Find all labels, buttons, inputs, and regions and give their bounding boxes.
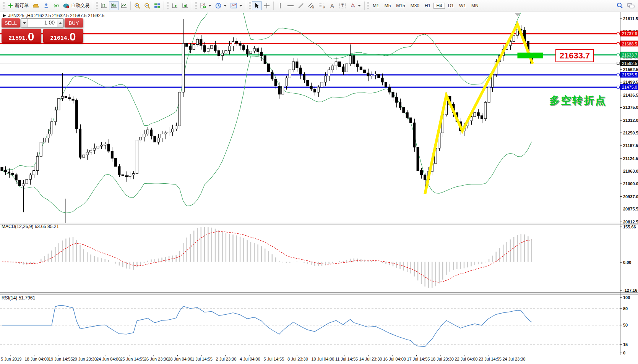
timeframe-m5-button[interactable]: M5 (382, 3, 393, 8)
toolbar-grip[interactable] (3, 2, 5, 10)
candle-body (296, 62, 298, 68)
arrows-icon (350, 3, 356, 8)
timeframe-m1-button[interactable]: M1 (370, 3, 382, 8)
rsi-tick-label: 100 (623, 295, 630, 300)
candle-body (424, 175, 426, 180)
candle-body (161, 134, 163, 138)
volume-decrease-button[interactable] (21, 19, 28, 27)
time-tick-label: 4 Jul 04:00 (240, 357, 260, 361)
candle-body (193, 44, 195, 49)
candle-body (513, 35, 515, 41)
signals-button[interactable] (51, 1, 61, 10)
arrows-tool-button[interactable] (348, 1, 363, 10)
time-tick-label: 23 Jul 14:55 (479, 357, 502, 361)
chart-shift-button[interactable] (180, 1, 190, 10)
sell-button[interactable]: SELL (2, 18, 20, 28)
channel-tool-button[interactable]: E (306, 1, 317, 10)
auto-scroll-icon (172, 3, 178, 8)
text-tool-button[interactable]: A (327, 1, 337, 10)
vertical-line-tool-button[interactable] (275, 1, 285, 10)
zoom-in-button[interactable] (132, 1, 142, 10)
signal-icon (53, 3, 59, 8)
cursor-tool-button[interactable] (252, 1, 262, 10)
candle-body (54, 110, 57, 122)
candle-body (339, 62, 341, 67)
candle-body (132, 174, 135, 175)
new-order-icon (8, 3, 13, 8)
candle-body (289, 70, 291, 78)
candle-body (140, 137, 142, 140)
timeframe-m30-button[interactable]: M30 (408, 3, 422, 8)
zoom-out-button[interactable] (142, 1, 152, 10)
chart-canvas[interactable]: 21811.521750.021624.021562.521499.521436… (0, 0, 638, 364)
toolbar-grip[interactable] (195, 2, 197, 10)
indicators-button[interactable] (198, 1, 213, 10)
candle-body (83, 155, 85, 157)
cursor-icon (254, 3, 260, 9)
candle-body (97, 146, 99, 148)
sell-price-main: 21591 (8, 34, 25, 41)
price-tick-label: 21250.5 (623, 131, 638, 135)
candle-body (292, 62, 295, 70)
price-tick-label: 20875.5 (623, 207, 638, 211)
search-button[interactable] (615, 1, 625, 10)
periods-button[interactable] (213, 1, 229, 10)
green-highlight-box[interactable] (518, 53, 543, 58)
bar-chart-mode-button[interactable] (99, 1, 109, 10)
auto-trading-button[interactable]: 自动交易 (61, 1, 91, 10)
trendline-tool-button[interactable] (296, 1, 306, 10)
tile-windows-icon (154, 3, 160, 8)
buy-price-box[interactable]: 21614.0 (43, 29, 83, 43)
arrows-caret-icon (358, 5, 361, 6)
toolbar-grip[interactable] (96, 2, 98, 10)
timeframe-m15-button[interactable]: M15 (394, 3, 407, 8)
candle-body (328, 70, 330, 76)
toolbar-grip[interactable] (249, 2, 251, 10)
candle-body (15, 175, 17, 180)
chat-button[interactable] (625, 1, 636, 10)
toolbar-grip[interactable] (367, 2, 369, 10)
candle-body (317, 87, 320, 92)
timeframe-w1-button[interactable]: W1 (457, 3, 468, 8)
timeframe-mn-button[interactable]: MN (469, 3, 481, 8)
horizontal-line-tool-button[interactable] (285, 1, 296, 10)
chip-anchor (617, 74, 619, 76)
candle-body (218, 50, 220, 55)
timeframe-h4-button[interactable]: H4 (433, 3, 445, 9)
price-tick-label: 21436.5 (623, 93, 638, 97)
toolbar-grip[interactable] (167, 2, 169, 10)
buy-button[interactable]: BUY (65, 18, 83, 28)
candlestick-mode-button[interactable] (109, 1, 119, 10)
timeframe-h1-button[interactable]: H1 (422, 3, 433, 8)
candle-body (403, 107, 405, 112)
text-label-tool-button[interactable]: T (337, 1, 348, 10)
candle-body (481, 116, 483, 119)
candle-body (346, 64, 348, 72)
deposit-button[interactable] (31, 1, 41, 10)
auto-scroll-button[interactable] (170, 1, 180, 10)
candle-body (100, 145, 102, 146)
volume-increase-button[interactable] (57, 19, 63, 27)
sell-price-box[interactable]: 21591.0 (2, 29, 41, 43)
candle-body (388, 87, 391, 92)
new-order-button[interactable]: 新订单 (6, 1, 31, 10)
candle-body (310, 86, 312, 89)
candle-body (47, 134, 49, 138)
chart-background (0, 12, 638, 364)
tile-windows-button[interactable] (152, 1, 162, 10)
open-account-button[interactable] (41, 1, 51, 10)
timeframe-bar: M1M5M15M30H1H4D1W1MN (370, 3, 481, 9)
line-chart-mode-button[interactable] (119, 1, 129, 10)
volume-input[interactable]: 1.00 (28, 19, 57, 27)
candle-body (26, 180, 28, 184)
auto-trading-icon (63, 3, 70, 8)
price-tick-label: 21124.5 (623, 156, 638, 161)
fibonacci-tool-button[interactable]: F (317, 1, 327, 10)
templates-button[interactable] (229, 1, 244, 10)
zoom-in-icon (134, 3, 140, 9)
candle-body (72, 99, 74, 100)
crosshair-tool-button[interactable] (262, 1, 272, 10)
sell-price-pips: 0 (28, 31, 34, 42)
timeframe-d1-button[interactable]: D1 (446, 3, 456, 8)
candle-body (324, 76, 326, 82)
